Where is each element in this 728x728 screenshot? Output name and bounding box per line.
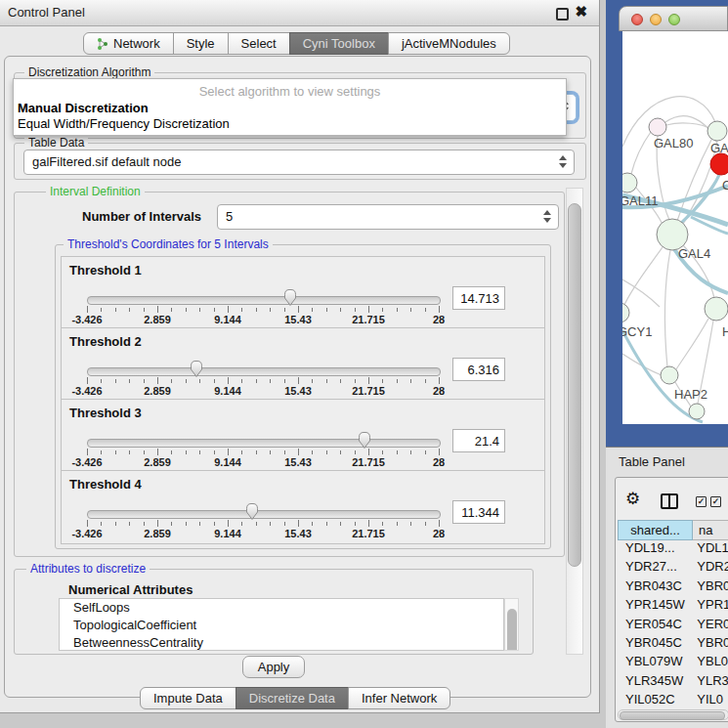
slider-tick [439, 306, 440, 313]
tab-network-label: Network [113, 33, 160, 54]
table-row[interactable]: YLR345WYLR3 [618, 673, 728, 692]
tab-select[interactable]: Select [228, 32, 290, 55]
combo-arrows-icon [543, 210, 551, 223]
threshold-slider-thumb[interactable] [244, 502, 260, 525]
slider-tick [87, 377, 88, 384]
table-row[interactable]: YPR145WYPR1 [618, 597, 728, 616]
threshold-slider-thumb[interactable] [189, 360, 204, 382]
slider-tick-label: 9.144 [198, 385, 257, 397]
float-window-icon[interactable] [556, 8, 569, 21]
checkbox-icon[interactable]: ✓ [710, 496, 721, 507]
slider-tick-label: -3.426 [58, 385, 116, 397]
slider-tick [355, 522, 356, 526]
tab-style[interactable]: Style [173, 32, 229, 55]
network-node-gal11[interactable] [622, 173, 637, 193]
cell-name: YPR1 [691, 597, 728, 616]
numerical-attributes-list[interactable]: SelfLoopsTopologicalCoefficientBetweenne… [59, 598, 504, 651]
slider-tick [144, 308, 145, 312]
table-row[interactable]: YBR043CYBR0 [618, 578, 728, 597]
checkbox-icon[interactable]: ✓ [696, 496, 707, 507]
slider-tick [241, 308, 242, 312]
apply-button[interactable]: Apply [242, 656, 305, 678]
tab-jactivemnodules[interactable]: jActiveMNodules [388, 32, 510, 55]
minimize-traffic-light-icon[interactable] [650, 14, 662, 25]
gear-icon[interactable]: ⚙ [625, 489, 640, 509]
network-node-c[interactable] [710, 153, 728, 175]
slider-tick [87, 306, 88, 313]
slider-tick [439, 377, 440, 384]
slider-tick [241, 450, 242, 454]
network-node[interactable] [689, 404, 705, 419]
close-traffic-light-icon[interactable] [631, 14, 643, 25]
close-icon[interactable]: ✖ [575, 3, 587, 21]
algorithm-dropdown-popup: Select algorithm to view settings Manual… [13, 78, 567, 136]
slider-tick [382, 522, 383, 526]
slider-tick [186, 379, 187, 383]
column-header-shared-name[interactable]: shared... [618, 520, 693, 540]
slider-tick [284, 379, 285, 383]
network-node-gal80[interactable] [649, 118, 666, 136]
slider-tick-label: 9.144 [198, 456, 257, 468]
tab-impute-data[interactable]: Impute Data [140, 687, 236, 709]
tab-cyni-toolbox[interactable]: Cyni Toolbox [289, 32, 389, 55]
threshold-label: Threshold 2 [69, 334, 142, 349]
slider-tick-label: 2.859 [128, 528, 187, 539]
slider-tick [425, 308, 426, 312]
threshold-label: Threshold 3 [69, 406, 142, 420]
tab-infer-network[interactable]: Infer Network [348, 687, 450, 709]
table-data-combobox[interactable]: galFiltered.sif default node [23, 150, 575, 175]
threshold-slider-thumb[interactable] [357, 431, 372, 453]
table-data-title: Table Data [24, 136, 88, 150]
attribute-list-item[interactable]: TopologicalCoefficient [60, 617, 503, 634]
dropdown-option-equal-width-frequency[interactable]: Equal Width/Frequency Discretization [18, 116, 230, 131]
slider-tick-label: 2.859 [128, 314, 187, 325]
tab-discretize-data[interactable]: Discretize Data [236, 687, 349, 709]
network-node-h[interactable] [705, 297, 728, 321]
network-node-gcy1[interactable] [622, 303, 629, 322]
threshold-slider-thumb[interactable] [282, 288, 298, 311]
table-row[interactable]: YER054CYER0 [618, 617, 728, 635]
table-hscrollbar-thumb[interactable] [620, 711, 725, 720]
network-node-ga[interactable] [707, 121, 727, 141]
network-node-label: HAP2 [674, 387, 707, 402]
network-node-hap2[interactable] [661, 366, 678, 384]
table-row[interactable]: YIL052CYIL0 [618, 692, 728, 707]
dropdown-option-manual-discretization[interactable]: Manual Discretization [18, 101, 149, 115]
attributes-scrollbar-track[interactable] [504, 598, 519, 651]
slider-tick-label: 2.859 [128, 385, 187, 397]
table-row[interactable]: YDL19...YDL1 [618, 540, 728, 559]
column-header-name[interactable]: na [693, 520, 728, 540]
slider-tick [87, 449, 88, 455]
table-panel-title: Table Panel [619, 454, 685, 469]
table-data-value: galFiltered.sif default node [32, 154, 181, 169]
attribute-list-item[interactable]: SelfLoops [60, 599, 503, 617]
table-row[interactable]: YBL079WYBL0 [618, 654, 728, 672]
threshold-value-input[interactable]: 21.4 [452, 429, 505, 452]
threshold-slider-track[interactable] [87, 367, 441, 376]
threshold-slider-track[interactable] [87, 439, 441, 448]
network-window-titlebar[interactable] [619, 6, 728, 31]
table-row[interactable]: YBR045CYBR0 [618, 635, 728, 654]
tab-network[interactable]: Network [83, 32, 174, 55]
number-of-intervals-combobox[interactable]: 5 [217, 204, 559, 230]
column-layout-icon[interactable] [661, 493, 678, 509]
attribute-list-item[interactable]: BetweennessCentrality [60, 634, 503, 651]
attributes-scrollbar-thumb[interactable] [507, 609, 517, 651]
network-canvas[interactable]: GAL80GACGAL11GAL4GCY1HHAP2 [622, 31, 728, 424]
threshold-value-input[interactable]: 6.316 [452, 358, 505, 381]
interval-definition-title: Interval Definition [46, 185, 145, 198]
threshold-slider-track[interactable] [87, 510, 441, 519]
threshold-slider-track[interactable] [87, 296, 441, 305]
settings-scrollbar-thumb[interactable] [568, 203, 581, 567]
slider-tick [87, 520, 88, 527]
cell-name: YDR2 [691, 559, 728, 578]
cell-name: YBL0 [691, 654, 728, 672]
slider-tick [256, 308, 257, 312]
threshold-value-input[interactable]: 11.344 [452, 500, 505, 524]
table-row[interactable]: YDR27...YDR2 [618, 559, 728, 578]
table-header-row: shared... na [618, 520, 728, 540]
zoom-traffic-light-icon[interactable] [668, 14, 680, 25]
threshold-value-input[interactable]: 14.713 [452, 286, 505, 310]
slider-tick [326, 522, 327, 526]
table-hscrollbar-track[interactable] [618, 709, 728, 720]
